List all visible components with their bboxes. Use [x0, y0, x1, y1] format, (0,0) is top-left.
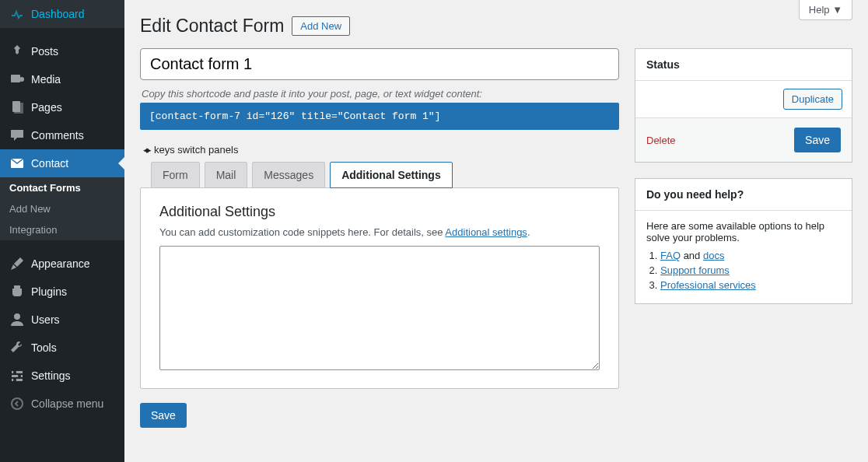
faq-link[interactable]: FAQ: [660, 250, 681, 261]
svg-rect-3: [14, 103, 23, 114]
media-icon: [9, 72, 25, 87]
svg-point-9: [13, 371, 16, 374]
pin-icon: [9, 44, 25, 59]
panel-description: You can add customization code snippets …: [159, 226, 600, 238]
svg-point-10: [18, 375, 21, 378]
sidebar-item-tools[interactable]: Tools: [0, 334, 124, 362]
keys-hint-label: keys switch panels: [154, 144, 238, 156]
help-text: Here are some available options to help …: [646, 220, 841, 243]
tab-form[interactable]: Form: [151, 162, 200, 188]
sidebar-item-label: Appearance: [31, 257, 90, 270]
shortcode-description: Copy this shortcode and paste it into yo…: [142, 88, 619, 100]
sidebar-item-posts[interactable]: Posts: [0, 37, 124, 65]
docs-link[interactable]: docs: [703, 250, 724, 261]
svg-point-5: [14, 313, 20, 320]
settings-icon: [9, 368, 25, 383]
delete-link[interactable]: Delete: [646, 135, 676, 146]
sidebar-item-dashboard[interactable]: Dashboard: [0, 0, 124, 28]
shortcode-box[interactable]: [contact-form-7 id="126" title="Contact …: [140, 103, 619, 130]
brush-icon: [9, 256, 25, 271]
admin-sidebar: Dashboard Posts Media Pages Comments Con…: [0, 0, 124, 462]
arrows-icon: ◂▸: [143, 144, 149, 156]
sidebar-item-label: Posts: [31, 45, 58, 58]
sidebar-item-label: Settings: [31, 369, 71, 382]
status-save-button[interactable]: Save: [794, 128, 841, 152]
comment-icon: [9, 128, 25, 143]
sidebar-item-label: Media: [31, 73, 61, 86]
page-title: Edit Contact Form: [140, 16, 284, 37]
duplicate-button[interactable]: Duplicate: [783, 89, 842, 110]
support-forums-link[interactable]: Support forums: [660, 264, 730, 276]
save-button[interactable]: Save: [140, 403, 187, 428]
panel-desc-suffix: .: [527, 226, 530, 238]
form-title-input[interactable]: [140, 48, 619, 80]
sidebar-item-appearance[interactable]: Appearance: [0, 250, 124, 278]
sidebar-item-label: Plugins: [31, 285, 67, 298]
page-icon: [9, 100, 25, 115]
panel-heading: Additional Settings: [159, 204, 600, 220]
sidebar-item-contact[interactable]: Contact: [0, 149, 124, 177]
tab-panel: Additional Settings You can add customiz…: [140, 187, 619, 389]
submenu-contact-forms[interactable]: Contact Forms: [0, 177, 124, 198]
sidebar-item-media[interactable]: Media: [0, 65, 124, 93]
help-list: FAQ and docs Support forums Professional…: [660, 250, 841, 291]
professional-services-link[interactable]: Professional services: [660, 279, 756, 291]
sidebar-item-users[interactable]: Users: [0, 306, 124, 334]
help-postbox: Do you need help? Here are some availabl…: [635, 178, 852, 304]
status-postbox: Status Duplicate Delete Save: [635, 48, 852, 163]
sidebar-item-label: Comments: [31, 129, 84, 142]
svg-point-12: [12, 398, 23, 409]
sidebar-item-label: Pages: [31, 101, 62, 114]
svg-point-11: [13, 379, 16, 382]
main-content: Help ▼ Edit Contact Form Add New Copy th…: [124, 0, 868, 443]
dashboard-icon: [9, 6, 25, 22]
tab-additional-settings[interactable]: Additional Settings: [330, 162, 453, 188]
sidebar-item-label: Dashboard: [31, 8, 85, 20]
panel-desc-text: You can add customization code snippets …: [159, 226, 445, 238]
sidebar-item-label: Tools: [31, 341, 57, 354]
sidebar-item-plugins[interactable]: Plugins: [0, 278, 124, 306]
help-item-support: Support forums: [660, 264, 841, 276]
tab-messages[interactable]: Messages: [252, 162, 325, 188]
status-title: Status: [635, 49, 852, 81]
sidebar-item-settings[interactable]: Settings: [0, 362, 124, 390]
additional-settings-textarea[interactable]: [159, 246, 600, 370]
help-tab[interactable]: Help ▼: [799, 0, 852, 20]
sidebar-collapse[interactable]: Collapse menu: [0, 390, 124, 418]
sidebar-item-pages[interactable]: Pages: [0, 93, 124, 121]
svg-rect-0: [11, 75, 20, 82]
sidebar-item-label: Collapse menu: [31, 397, 103, 410]
sidebar-item-label: Contact: [31, 157, 68, 170]
tab-mail[interactable]: Mail: [205, 162, 248, 188]
keys-hint: ◂▸ keys switch panels: [143, 144, 619, 156]
submenu-integration[interactable]: Integration: [0, 219, 124, 240]
plug-icon: [9, 284, 25, 299]
sidebar-item-label: Users: [31, 313, 60, 326]
collapse-icon: [9, 396, 25, 411]
sidebar-submenu: Contact Forms Add New Integration: [0, 177, 124, 240]
mail-icon: [9, 156, 25, 171]
help-title: Do you need help?: [635, 179, 852, 211]
svg-point-1: [19, 77, 24, 82]
submenu-add-new[interactable]: Add New: [0, 198, 124, 219]
help-item-pro: Professional services: [660, 279, 841, 291]
tabs-nav: Form Mail Messages Additional Settings: [151, 162, 619, 188]
add-new-button[interactable]: Add New: [292, 16, 350, 36]
wrench-icon: [9, 340, 25, 355]
sidebar-item-comments[interactable]: Comments: [0, 121, 124, 149]
additional-settings-link[interactable]: Additional settings: [445, 226, 527, 238]
help-item-faq: FAQ and docs: [660, 250, 841, 261]
user-icon: [9, 312, 25, 327]
